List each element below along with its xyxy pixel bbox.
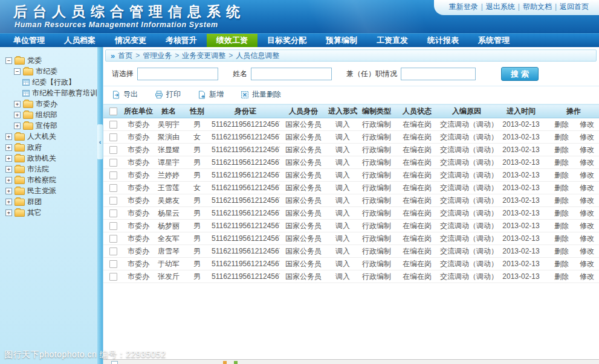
quick-link-3[interactable]: 返回首页 [560,2,589,11]
row-checkbox[interactable] [109,133,117,141]
row-checkbox[interactable] [109,222,117,230]
row-checkbox[interactable] [109,260,117,268]
delete-link[interactable]: 删除 [554,120,569,129]
modify-link[interactable]: 修改 [580,209,594,217]
nav-item-6[interactable]: 预算编制 [316,34,367,47]
modify-link[interactable]: 修改 [580,196,594,205]
row-checkbox[interactable] [109,273,117,281]
modify-link[interactable]: 修改 [580,272,594,281]
expand-node-icon[interactable]: + [14,101,21,107]
nav-item-7[interactable]: 工资直发 [367,34,418,47]
tree-item-12[interactable]: +民主党派 [0,185,97,196]
breadcrumb-item-2[interactable]: 业务变更调整 [182,51,225,61]
expand-node-icon[interactable]: + [14,112,21,118]
expand-node-icon[interactable]: + [5,133,12,140]
tree-item-13[interactable]: +群团 [0,196,97,207]
partial-checkbox[interactable] [111,361,118,364]
delete-link[interactable]: 删除 [554,145,569,154]
delete-link[interactable]: 删除 [554,196,569,205]
tree-item-14[interactable]: +其它 [0,207,97,218]
tree-item-5[interactable]: +组织部 [0,109,97,120]
modify-link[interactable]: 修改 [580,145,594,154]
modify-link[interactable]: 修改 [580,260,594,268]
quick-link-1[interactable]: 退出系统 [486,2,515,11]
cell-entry_form: 调入 [327,156,358,169]
row-checkbox[interactable] [109,146,117,154]
cell-name: 王雪莲 [154,182,183,194]
post-filter-input[interactable] [401,68,476,80]
delete-link[interactable]: 删除 [554,234,569,243]
nav-item-0[interactable]: 单位管理 [4,34,54,47]
quick-link-0[interactable]: 重新登录 [449,2,478,11]
expand-node-icon[interactable]: + [5,144,12,151]
nav-item-5[interactable]: 目标奖分配 [257,34,316,47]
tree-item-11[interactable]: +市检察院 [0,174,97,185]
select-filter-label: 请选择 [112,69,134,79]
row-checkbox[interactable] [109,247,117,255]
modify-link[interactable]: 修改 [580,171,594,179]
expand-node-icon[interactable]: + [5,155,12,162]
delete-link[interactable]: 删除 [554,133,569,141]
breadcrumb-item-1[interactable]: 管理业务 [143,51,172,61]
modify-link[interactable]: 修改 [580,247,594,255]
expand-node-icon[interactable]: + [14,123,21,129]
modify-link[interactable]: 修改 [580,133,594,141]
delete-link[interactable]: 删除 [554,260,569,268]
delete-link[interactable]: 删除 [554,209,569,217]
select-all-checkbox[interactable] [109,107,117,115]
name-filter-input[interactable] [251,68,332,80]
tree-item-9[interactable]: +政协机关 [0,153,97,164]
delete-link[interactable]: 删除 [554,158,569,167]
collapse-node-icon[interactable]: − [5,57,12,64]
modify-link[interactable]: 修改 [580,120,594,129]
collapse-node-icon[interactable]: − [14,68,21,75]
nav-item-3[interactable]: 考核晋升 [156,34,207,47]
table-row: 市委办吴嫦友男511621195612124567国家公务员调入行政编制在编在岗… [103,194,599,207]
expand-node-icon[interactable]: + [5,199,12,205]
tree-item-8[interactable]: +政府 [0,142,97,153]
tree-item-7[interactable]: +人大机关 [0,131,97,142]
nav-item-8[interactable]: 统计报表 [418,34,468,47]
tree-item-10[interactable]: +市法院 [0,164,97,174]
modify-link[interactable]: 修改 [580,222,594,230]
nav-item-9[interactable]: 系统管理 [468,34,519,47]
delete-link[interactable]: 删除 [554,222,569,230]
row-checkbox[interactable] [109,235,117,243]
delete-link[interactable]: 删除 [554,184,569,192]
search-button[interactable]: 搜 索 [501,67,539,81]
add-button[interactable]: 新增 [198,89,224,100]
select-filter-input[interactable] [137,68,218,80]
row-checkbox[interactable] [109,197,117,205]
modify-link[interactable]: 修改 [580,234,594,243]
modify-link[interactable]: 修改 [580,184,594,192]
breadcrumb-item-0[interactable]: 首页 [118,51,132,61]
breadcrumb-item-3[interactable]: 人员信息调整 [236,51,279,61]
export-button[interactable]: 导出 [112,89,138,100]
quick-link-2[interactable]: 帮助文档 [523,2,552,11]
tree-item-2[interactable]: 纪委【行政】 [0,77,97,88]
delete-link[interactable]: 删除 [554,247,569,255]
row-checkbox[interactable] [109,159,117,167]
print-button[interactable]: 打印 [155,89,181,100]
expand-node-icon[interactable]: + [5,166,12,173]
modify-link[interactable]: 修改 [580,158,594,167]
batch-delete-button[interactable]: 批量删除 [241,89,281,100]
row-checkbox[interactable] [109,184,117,192]
tree-item-1[interactable]: −市纪委 [0,66,97,77]
row-checkbox[interactable] [109,121,117,129]
nav-item-2[interactable]: 情况变更 [105,34,156,47]
nav-item-4[interactable]: 绩效工资 [207,34,257,47]
tree-item-0[interactable]: −党委 [0,55,97,66]
tree-item-4[interactable]: +市委办 [0,98,97,109]
expand-node-icon[interactable]: + [5,209,12,216]
row-checkbox[interactable] [109,171,117,179]
delete-link[interactable]: 删除 [554,272,569,281]
sidebar-collapse-button[interactable]: ‹ [97,124,103,159]
tree-item-6[interactable]: +宣传部 [0,120,97,131]
expand-node-icon[interactable]: + [5,177,12,184]
row-checkbox[interactable] [109,209,117,217]
expand-node-icon[interactable]: + [5,188,12,194]
delete-link[interactable]: 删除 [554,171,569,179]
tree-item-3[interactable]: 市纪检干部教育培训中心 [0,88,97,98]
nav-item-1[interactable]: 人员档案 [54,34,105,47]
